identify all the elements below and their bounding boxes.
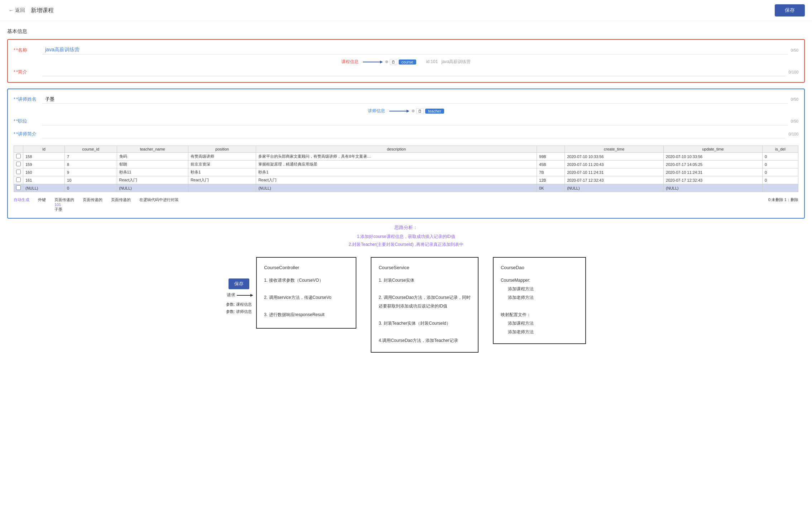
col-course-id: course_id <box>65 146 117 153</box>
col-is-del: is_del <box>762 146 798 153</box>
dao-box: CourseDao CourseMapper: 添加课程方法 添加老师方法 映射… <box>493 257 586 344</box>
course-name-label: java高薪训练营 <box>441 59 471 64</box>
position-row: *职位 0/50 <box>14 117 798 125</box>
teacher-name-input[interactable] <box>42 95 788 104</box>
row-checkbox[interactable] <box>16 170 21 174</box>
desc-input[interactable] <box>42 68 785 76</box>
back-button[interactable]: ← 返回 <box>7 7 25 14</box>
dao-title: CourseDao <box>501 265 578 270</box>
db-table: id course_id teacher_name position descr… <box>14 146 798 192</box>
table-row: 159 8 郁朗 前京京资深 掌握框架原理，精通经典应用场景 45B 2020-… <box>14 161 798 168</box>
teacher-desc-input[interactable] <box>42 130 785 138</box>
col-teacher-name: teacher_name <box>117 146 188 153</box>
position-input[interactable] <box>42 117 788 125</box>
thinking-title: 思路分析： <box>7 224 805 231</box>
annotation-del: 0:未删除 1：删除 <box>768 197 798 202</box>
dao-content: CourseMapper: 添加课程方法 添加老师方法 映射配置文件： 添加课程… <box>501 276 578 336</box>
name-row: *名称 0/50 <box>14 46 798 54</box>
service-content: 1. 封装Course实体 2. 调用CourseDao方法，添加Course记… <box>379 276 471 345</box>
request-params: 参数: 课程信息 参数: 讲师信息 <box>226 301 252 315</box>
page: ← 返回 新增课程 保存 基本信息 *名称 0/50 课程信息 <box>0 0 812 529</box>
teacher-name-count: 0/50 <box>791 97 798 101</box>
annotation-auto: 自动生成 <box>14 197 29 202</box>
desc-label: *简介 <box>14 69 42 75</box>
back-arrow-icon: ← <box>9 8 14 13</box>
header: ← 返回 新增课程 保存 <box>0 0 812 21</box>
thinking-item-2: 2.封装Teacher(主要封装CourseId) ,再将记录真正添加到表中 <box>7 241 805 249</box>
course-badge: course <box>399 59 416 65</box>
service-title: CourseService <box>379 265 471 270</box>
teacher-name-row: *讲师姓名 0/50 <box>14 95 798 104</box>
row-checkbox[interactable] <box>16 154 21 158</box>
back-label: 返回 <box>15 7 25 14</box>
name-char-count: 0/50 <box>791 48 798 52</box>
controller-content: 1. 接收请求参数（CourseVO） 2. 调用service方法，传递Cou… <box>264 276 349 319</box>
teacher-badge: teacher <box>425 109 444 114</box>
col-description: description <box>256 146 537 153</box>
col-size <box>537 146 565 153</box>
col-checkbox <box>14 146 23 153</box>
teacher-desc-row: *讲师简介 0/100 <box>14 130 798 138</box>
save-button-top[interactable]: 保存 <box>775 4 805 16</box>
col-update-time: update_time <box>664 146 763 153</box>
architecture-section: 保存 请求 参数: 课程信息 参数: 讲师信息 CourseController <box>7 257 805 353</box>
course-info-label: 课程信息 <box>341 59 359 65</box>
col-position: position <box>188 146 256 153</box>
page-title: 新增课程 <box>31 7 54 14</box>
row-checkbox[interactable] <box>16 177 21 182</box>
annotation-page-child: 页面传递的 101 子墨 <box>54 197 74 212</box>
table-row: 158 7 免码 有赞高级讲师 多家平台的头部商家文案顾问，有赞高级讲师，具有8… <box>14 153 798 161</box>
thinking-item-1: 1.添加好course课程信息，获取成功插入记录的ID值 <box>7 233 805 241</box>
row-checkbox[interactable] <box>16 185 21 190</box>
controller-area: 保存 请求 参数: 课程信息 参数: 讲师信息 CourseController <box>226 257 356 329</box>
thinking-section: 思路分析： 1.添加好course课程信息，获取成功插入记录的ID值 2.封装T… <box>7 224 805 248</box>
section-title-basic: 基本信息 <box>7 28 805 35</box>
teacher-info-label: 讲师信息 <box>368 108 385 114</box>
controller-title: CourseController <box>264 265 349 270</box>
teacher-desc-count: 0/100 <box>788 132 798 136</box>
controller-box: CourseController 1. 接收请求参数（CourseVO） 2. … <box>256 257 356 329</box>
table-row: 160 9 秒杀11 秒杀1 秒杀1 7B 2020-07-10 11:24:3… <box>14 168 798 176</box>
col-create-time: create_time <box>565 146 664 153</box>
teacher-name-label: *讲师姓名 <box>14 96 42 103</box>
name-input[interactable] <box>42 46 788 54</box>
course-form-section: *名称 0/50 课程信息 ⊕ 🗒 course <box>7 39 805 83</box>
content-area: 基本信息 *名称 0/50 课程信息 ⊕ 🗒 <box>0 21 812 360</box>
col-id: id <box>23 146 65 153</box>
row-checkbox[interactable] <box>16 162 21 166</box>
name-label: *名称 <box>14 47 42 53</box>
annotation-foreign-key: 外键 <box>38 197 46 202</box>
position-label: *职位 <box>14 118 42 124</box>
service-box: CourseService 1. 封装Course实体 2. 调用CourseD… <box>371 257 479 353</box>
teacher-desc-label: *讲师简介 <box>14 131 42 137</box>
annotation-page-val1: 页面传递的 <box>83 197 102 202</box>
table-row: (NULL) 0 (NULL) (NULL) 0K (NULL) (NULL) <box>14 184 798 192</box>
table-row: 161 10 React入门 React入门 React入门 12B 2020-… <box>14 176 798 184</box>
desc-row: *简介 0/100 <box>14 68 798 76</box>
teacher-form-section: *讲师姓名 0/50 讲师信息 ⊕ 🗒 teacher <box>7 89 805 219</box>
table-header-row: id course_id teacher_name position descr… <box>14 146 798 153</box>
annotation-page-val2: 页面传递的 <box>111 197 131 202</box>
annotation-logic: 在逻辑代码中进行封装 <box>139 197 760 202</box>
save-box: 保存 <box>229 278 249 289</box>
course-id-label: id:101 <box>426 59 438 64</box>
position-count: 0/50 <box>791 119 798 123</box>
desc-char-count: 0/100 <box>788 70 798 74</box>
request-label: 请求 <box>227 292 235 298</box>
